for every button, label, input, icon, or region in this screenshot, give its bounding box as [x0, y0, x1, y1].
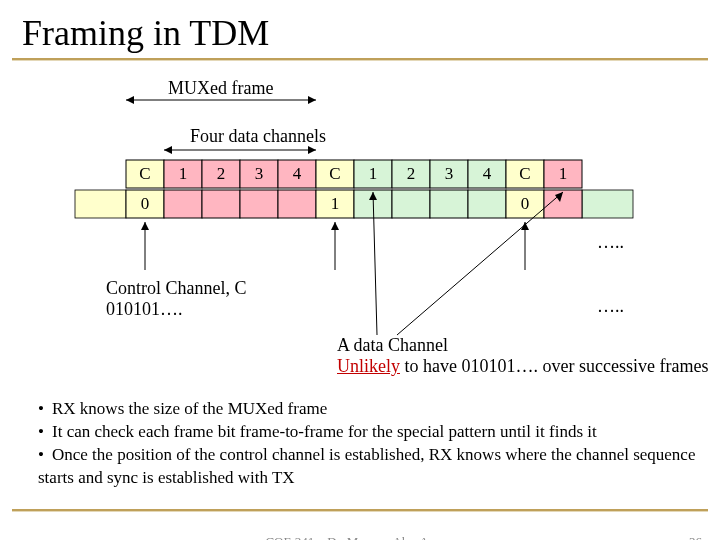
- cell: 0: [141, 194, 150, 213]
- cell: C: [329, 164, 340, 183]
- row2: 0 1 0: [126, 190, 582, 218]
- cell: 1: [331, 194, 340, 213]
- svg-rect-1: [582, 190, 633, 218]
- page-number: 26: [689, 534, 702, 540]
- cell: 1: [559, 164, 568, 183]
- svg-marker-27: [126, 96, 134, 104]
- cell: 3: [255, 164, 264, 183]
- cell: 2: [217, 164, 226, 183]
- data-caption-rest: to have 010101…. over successive frames: [400, 356, 708, 376]
- footer-rule: [12, 509, 708, 512]
- control-line2: 010101….: [106, 299, 247, 320]
- svg-rect-15: [164, 190, 202, 218]
- svg-marker-28: [308, 96, 316, 104]
- control-line1: Control Channel, C: [106, 278, 247, 299]
- cell: 4: [293, 164, 302, 183]
- svg-rect-23: [468, 190, 506, 218]
- cell: 1: [369, 164, 378, 183]
- bullet-2: It can check each frame bit frame-to-fra…: [38, 421, 720, 444]
- svg-rect-16: [202, 190, 240, 218]
- cell: 4: [483, 164, 492, 183]
- svg-marker-30: [164, 146, 172, 154]
- cell: C: [519, 164, 530, 183]
- ellipsis: …..: [597, 296, 624, 317]
- bullet-1: RX knows the size of the MUXed frame: [38, 398, 720, 421]
- svg-rect-18: [278, 190, 316, 218]
- bullet-list: RX knows the size of the MUXed frame It …: [38, 398, 720, 490]
- svg-marker-37: [521, 222, 529, 230]
- svg-rect-21: [392, 190, 430, 218]
- cell: 0: [521, 194, 530, 213]
- row1: C 1 2 3 4 C 1 2 3 4 C 1: [126, 160, 582, 188]
- four-channels-label: Four data channels: [190, 126, 326, 147]
- svg-rect-22: [430, 190, 468, 218]
- cell: 1: [179, 164, 188, 183]
- svg-rect-0: [75, 190, 126, 218]
- svg-marker-35: [331, 222, 339, 230]
- data-caption-line2: Unlikely to have 010101…. over successiv…: [337, 356, 708, 377]
- bullet-3: Once the position of the control channel…: [38, 444, 720, 490]
- svg-rect-17: [240, 190, 278, 218]
- cell: 3: [445, 164, 454, 183]
- footer-center: COE 341 – Dr. Marwan Abu-Amara: [0, 534, 720, 540]
- cell: 2: [407, 164, 416, 183]
- ellipsis: …..: [597, 232, 624, 253]
- muxed-frame-label: MUXed frame: [168, 78, 273, 99]
- control-channel-caption: Control Channel, C 010101….: [106, 278, 247, 320]
- cell: C: [139, 164, 150, 183]
- svg-marker-31: [308, 146, 316, 154]
- svg-marker-33: [141, 222, 149, 230]
- unlikely-word: Unlikely: [337, 356, 400, 376]
- data-caption-line1: A data Channel: [337, 335, 708, 356]
- data-channel-caption: A data Channel Unlikely to have 010101….…: [337, 335, 708, 377]
